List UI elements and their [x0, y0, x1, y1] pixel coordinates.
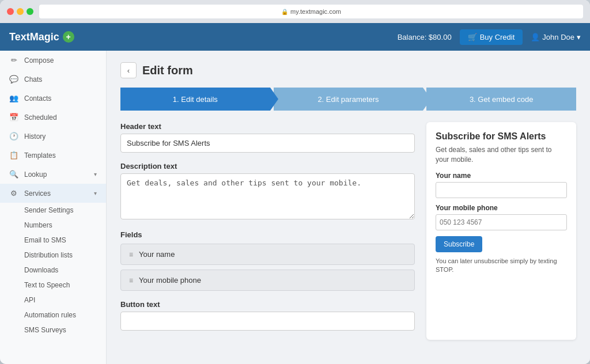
sidebar-sub-numbers[interactable]: Numbers	[0, 218, 106, 233]
header-text-label: Header text	[120, 122, 415, 131]
description-text-group: Description text Get deals, sales and ot…	[120, 162, 415, 221]
preview-description: Get deals, sales and other tips sent to …	[436, 145, 567, 165]
sidebar-label-lookup: Lookup	[24, 170, 47, 179]
preview-your-name-input[interactable]	[436, 182, 567, 198]
scheduled-icon: 📅	[9, 113, 18, 122]
preview-unsubscribe-text: You can later unsubscribe simply by text…	[436, 257, 567, 275]
header-text-group: Header text	[120, 122, 415, 153]
preview-subscribe-button[interactable]: Subscribe	[436, 236, 482, 252]
sidebar-item-history[interactable]: 🕐 History	[0, 127, 106, 146]
logo-text: TextMagic	[9, 31, 59, 43]
preview-your-name-label: Your name	[436, 172, 567, 180]
field-label-mobile-phone: Your mobile phone	[139, 276, 201, 285]
minimize-dot[interactable]	[17, 8, 24, 15]
field-item-your-name[interactable]: ≡ Your name	[120, 244, 415, 265]
button-text-group: Button text	[120, 300, 415, 331]
sidebar-item-scheduled[interactable]: 📅 Scheduled	[0, 108, 106, 127]
sidebar-label-templates: Templates	[24, 151, 56, 160]
sidebar-sub-email-sms[interactable]: Email to SMS	[0, 233, 106, 248]
sidebar-label-services: Services	[24, 189, 51, 198]
sidebar-label-scheduled: Scheduled	[24, 113, 57, 122]
history-icon: 🕐	[9, 132, 18, 141]
sidebar-sub-text-to-speech[interactable]: Text to Speech	[0, 278, 106, 293]
header-text-input[interactable]	[120, 134, 415, 153]
lookup-arrow-icon: ▾	[94, 171, 97, 177]
compose-icon: ✏	[9, 56, 18, 65]
url-text: my.textmagic.com	[290, 8, 341, 15]
sidebar-sub-downloads[interactable]: Downloads	[0, 263, 106, 278]
sidebar-sub-automation-rules[interactable]: Automation rules	[0, 308, 106, 323]
browser-dots	[7, 8, 33, 15]
field-label-your-name: Your name	[139, 250, 175, 259]
user-menu[interactable]: 👤 John Doe ▾	[531, 33, 581, 41]
form-section: Header text Description text Get deals, …	[120, 122, 415, 340]
button-text-input[interactable]	[120, 312, 415, 331]
user-icon: 👤	[531, 33, 540, 41]
sidebar-label-history: History	[24, 132, 46, 141]
top-nav: TextMagic + Balance: $80.00 🛒 Buy Credit…	[0, 23, 590, 51]
lock-icon: 🔒	[281, 9, 288, 15]
services-icon: ⚙	[9, 189, 18, 198]
step-2[interactable]: 2. Edit parameters	[274, 88, 423, 111]
drag-icon-name: ≡	[129, 251, 133, 259]
page-header: ‹ Edit form	[120, 62, 576, 78]
sidebar-label-chats: Chats	[24, 75, 42, 84]
buy-credit-button[interactable]: 🛒 Buy Credit	[460, 29, 523, 45]
back-button[interactable]: ‹	[120, 62, 137, 78]
fields-label: Fields	[120, 230, 415, 239]
services-arrow-icon: ▾	[94, 190, 97, 196]
step-2-arrow	[423, 88, 431, 111]
close-dot[interactable]	[7, 8, 14, 15]
sidebar: ✏ Compose 💬 Chats 👥 Contacts 📅 Scheduled…	[0, 51, 107, 364]
cart-icon: 🛒	[468, 33, 477, 41]
balance-text: Balance: $80.00	[398, 33, 452, 41]
sidebar-sub-sender-settings[interactable]: Sender Settings	[0, 203, 106, 218]
description-text-input[interactable]: Get deals, sales and other tips sent to …	[120, 173, 415, 219]
lookup-icon: 🔍	[9, 170, 18, 179]
fields-group: Fields ≡ Your name ≡ Your mobile phone	[120, 230, 415, 291]
content-area: ‹ Edit form 1. Edit details 2. Edit para…	[107, 51, 590, 364]
drag-icon-phone: ≡	[129, 276, 133, 285]
main-layout: ✏ Compose 💬 Chats 👥 Contacts 📅 Scheduled…	[0, 51, 590, 364]
contacts-icon: 👥	[9, 94, 18, 103]
sidebar-item-contacts[interactable]: 👥 Contacts	[0, 89, 106, 108]
templates-icon: 📋	[9, 151, 18, 160]
chevron-down-icon: ▾	[577, 33, 581, 41]
sidebar-label-contacts: Contacts	[24, 94, 51, 103]
sidebar-item-chats[interactable]: 💬 Chats	[0, 70, 106, 89]
sidebar-sub-distribution-lists[interactable]: Distribution lists	[0, 248, 106, 263]
browser-chrome: 🔒 my.textmagic.com	[0, 0, 590, 23]
logo: TextMagic +	[9, 31, 74, 43]
step-3[interactable]: 3. Get embed code	[426, 88, 576, 111]
description-text-label: Description text	[120, 162, 415, 170]
maximize-dot[interactable]	[27, 8, 33, 15]
preview-card: Subscribe for SMS Alerts Get deals, sale…	[426, 122, 576, 340]
sidebar-item-compose[interactable]: ✏ Compose	[0, 51, 106, 70]
page-title: Edit form	[142, 64, 193, 77]
chats-icon: 💬	[9, 75, 18, 84]
sidebar-sub-sms-surveys[interactable]: SMS Surveys	[0, 323, 106, 338]
preview-your-phone-input[interactable]	[436, 214, 567, 230]
nav-right: Balance: $80.00 🛒 Buy Credit 👤 John Doe …	[398, 29, 581, 45]
main-form-area: Header text Description text Get deals, …	[120, 122, 576, 340]
sidebar-label-compose: Compose	[24, 56, 54, 65]
sidebar-item-lookup[interactable]: 🔍 Lookup ▾	[0, 165, 106, 184]
step-1-arrow	[270, 88, 278, 111]
step-1[interactable]: 1. Edit details	[120, 88, 270, 111]
sidebar-item-templates[interactable]: 📋 Templates	[0, 146, 106, 165]
url-bar[interactable]: 🔒 my.textmagic.com	[39, 5, 583, 18]
stepper: 1. Edit details 2. Edit parameters 3. Ge…	[120, 88, 576, 111]
logo-plus-icon[interactable]: +	[63, 31, 74, 43]
sidebar-sub-api[interactable]: API	[0, 293, 106, 308]
app-container: TextMagic + Balance: $80.00 🛒 Buy Credit…	[0, 23, 590, 364]
preview-title: Subscribe for SMS Alerts	[436, 131, 567, 142]
preview-your-phone-label: Your mobile phone	[436, 204, 567, 212]
button-text-label: Button text	[120, 300, 415, 309]
field-item-mobile-phone[interactable]: ≡ Your mobile phone	[120, 270, 415, 291]
sidebar-item-services[interactable]: ⚙ Services ▾	[0, 184, 106, 203]
